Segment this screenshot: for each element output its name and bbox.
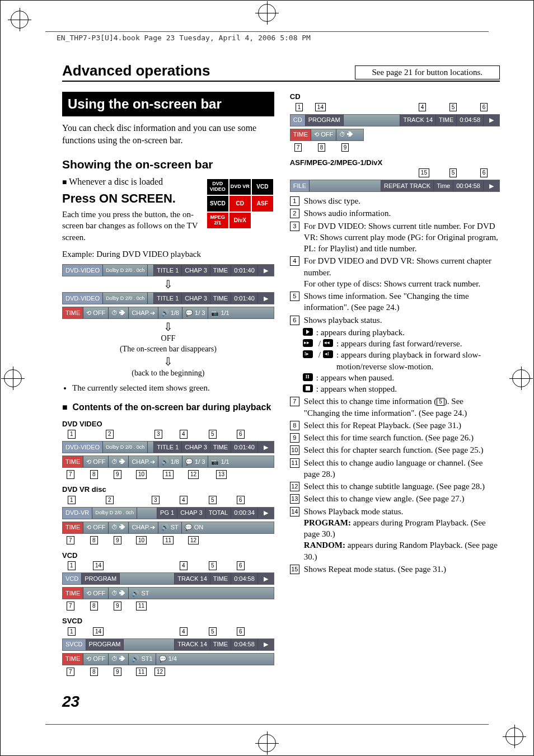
disc-cell: DVD VIDEO — [207, 179, 229, 195]
registration-mark — [512, 369, 530, 387]
disc-cell: VCD — [251, 179, 274, 195]
onscreen-bar: DVD-VIDEO Dolby D 2/0 . 0ch TITLE 1 CHAP… — [62, 264, 274, 276]
disc-cell: DivX — [229, 212, 251, 229]
play-icon: ▶ — [257, 442, 274, 453]
example-label: Example: During DVD VIDEO playback — [62, 248, 274, 260]
seq-back: (back to the beginning) — [62, 368, 274, 379]
section-title: Advanced operations — [62, 62, 210, 79]
callouts-top: 1 2 3 4 5 6 — [62, 430, 274, 439]
onscreen-bar: FILE REPEAT TRACK Time 00:04:58 ▶ — [290, 180, 500, 192]
cd-header: CD — [290, 92, 500, 102]
osb-audio: Dolby D 2/0 . 0ch — [102, 265, 147, 276]
down-arrow-icon: ⇩ — [62, 321, 274, 332]
header-rule — [45, 31, 489, 32]
osb-time-label: TIME — [210, 265, 231, 276]
play-icon: ▶ — [483, 115, 499, 126]
stop-icon — [303, 384, 313, 392]
onscreen-bar-row2: TIME ⟲ OFF ⏱ ➔ CHAP.➔ 🔊 1/8 💬 1/ 3 📷 1/1 — [62, 456, 274, 468]
onscreen-bar-row2: TIME ⟲ OFF ⏱ ➔ — [290, 129, 364, 141]
onscreen-bar: DVD-VIDEO Dolby D 2/0 . 0ch TITLE 1 CHAP… — [62, 292, 274, 304]
registration-mark — [258, 734, 276, 752]
play-icon: ▶ — [257, 265, 274, 276]
play-icon — [303, 328, 313, 336]
page-number: 23 — [62, 693, 79, 711]
osb-disc: DVD-VIDEO — [63, 265, 102, 276]
sub-heading: Showing the on-screen bar — [62, 157, 274, 172]
disc-cell: MPEG 2/1 — [207, 212, 229, 229]
source-file-note: EN_THP7-P3[U]4.book Page 23 Tuesday, Apr… — [57, 34, 311, 42]
onscreen-bar-row2: TIME ⟲ OFF ⏱ ➔ 🔊 ST1 💬 1/4 — [62, 653, 274, 665]
registration-mark — [505, 727, 523, 745]
rewind-icon — [323, 339, 333, 347]
onscreen-bar: DVD-VR Dolby D 2/0 . 0ch PG 1 CHAP 3 TOT… — [62, 507, 274, 519]
dvd-video-header: DVD VIDEO — [62, 419, 274, 429]
play-icon: ▶ — [483, 180, 499, 191]
seq-off: OFF — [62, 334, 274, 344]
play-icon: ▶ — [257, 293, 274, 304]
disc-cell: CD — [229, 195, 251, 212]
svcd-header: SVCD — [62, 616, 274, 626]
note-green: The currently selected item shows green. — [72, 382, 274, 393]
vcd-header: VCD — [62, 551, 274, 561]
registration-mark — [258, 4, 276, 22]
onscreen-bar-row2: TIME ⟲ OFF ⏱ ➔ CHAP.➔ 🔊 1/8 💬 1/ 3 📷 1/1 — [62, 307, 274, 319]
page-ref-box: See page 21 for button locations. — [355, 65, 500, 79]
disc-type-grid: DVD VIDEO DVD VR VCD SVCD CD ASF MPEG 2/… — [206, 178, 274, 229]
disc-cell: DVD VR — [229, 179, 251, 195]
right-column: CD 1 14 4 5 6 CD PROGRAM TRACK 14 TIM — [290, 92, 500, 680]
page-header: Advanced operations See page 21 for butt… — [62, 62, 500, 82]
manual-page: EN_THP7-P3[U]4.book Page 23 Tuesday, Apr… — [0, 0, 534, 756]
onscreen-bar: DVD-VIDEO Dolby D 2/0 . 0ch TITLE 1 CHAP… — [62, 441, 274, 453]
contents-heading: ■ Contents of the on-screen bar during p… — [62, 401, 274, 414]
dvd-vr-header: DVD VR disc — [62, 485, 274, 495]
osb-time-val: 0:01:40 — [231, 265, 257, 276]
osb-title: TITLE 1 — [153, 265, 181, 276]
onscreen-bar: CD PROGRAM TRACK 14 TIME 0:04:58 ▶ — [290, 114, 500, 126]
osb-chap: CHAP 3 — [181, 265, 210, 276]
fast-forward-icon — [303, 339, 313, 347]
asf-header: ASF/MPEG-2/MPEG-1/DivX — [290, 158, 500, 168]
onscreen-bar: VCD PROGRAM TRACK 14 TIME 0:04:58 ▶ — [62, 572, 274, 585]
disc-cell: ASF — [251, 195, 274, 212]
intro-text: You can check disc information and you c… — [62, 122, 274, 146]
callouts-bot: 7 8 9 10 11 12 13 — [62, 470, 274, 479]
onscreen-bar-row2: TIME ⟲ OFF ⏱ ➔ CHAP.➔ 🔊 ST 💬 ON — [62, 522, 274, 534]
legend-list: 1Shows disc type. 2Shows audio informati… — [290, 195, 500, 575]
topic-title: Using the on-screen bar — [62, 92, 274, 116]
play-icon: ▶ — [257, 639, 274, 650]
onscreen-bar: SVCD PROGRAM TRACK 14 TIME 0:04:58 ▶ — [62, 638, 274, 651]
slow-forward-icon — [303, 350, 313, 358]
onscreen-bar-row2: TIME ⟲ OFF ⏱ ➔ 🔊 ST — [62, 587, 274, 599]
disc-cell: SVCD — [207, 195, 229, 212]
registration-mark — [4, 369, 22, 387]
play-icon: ▶ — [257, 573, 274, 584]
down-arrow-icon: ⇩ — [62, 356, 274, 367]
slow-reverse-icon — [323, 350, 333, 358]
down-arrow-icon: ⇩ — [62, 279, 274, 290]
seq-disappears: (The on-screen bar disappears) — [62, 344, 274, 355]
disc-cell — [251, 212, 274, 229]
registration-mark — [11, 11, 29, 29]
footer-rule — [45, 724, 489, 725]
left-column: Using the on-screen bar You can check di… — [62, 92, 274, 680]
play-icon: ▶ — [257, 508, 274, 519]
pause-icon — [303, 373, 313, 381]
